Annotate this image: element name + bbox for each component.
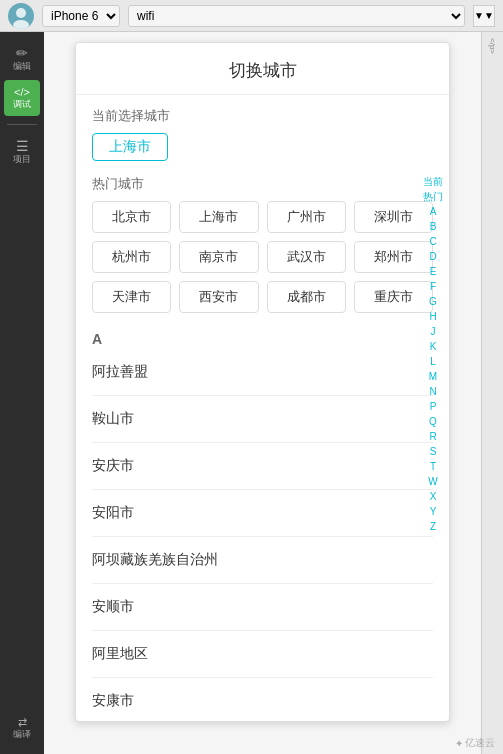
alpha-sidebar-item[interactable]: W bbox=[426, 475, 439, 489]
translate-icon: ⇄ bbox=[18, 717, 27, 728]
city-list-item[interactable]: 安顺市 bbox=[92, 584, 433, 631]
alpha-sidebar-item[interactable]: L bbox=[428, 355, 438, 369]
network-select[interactable]: wifi bbox=[128, 5, 465, 27]
city-list-item[interactable]: 阿拉善盟 bbox=[92, 349, 433, 396]
alpha-sidebar-item[interactable]: Q bbox=[427, 415, 439, 429]
alpha-sidebar-item[interactable]: G bbox=[427, 295, 439, 309]
project-icon: ☰ bbox=[16, 139, 29, 153]
alpha-letter-a: A bbox=[92, 327, 433, 349]
alpha-sidebar-item[interactable]: A bbox=[428, 205, 439, 219]
current-city-label: 当前选择城市 bbox=[92, 107, 433, 125]
hot-city-button[interactable]: 杭州市 bbox=[92, 241, 171, 273]
alpha-sidebar-item[interactable]: 热门 bbox=[421, 190, 445, 204]
top-toolbar: iPhone 6 wifi ▼▼ bbox=[0, 0, 503, 32]
phone-screen: 切换城市 当前选择城市 上海市 热门城市 北京市上海市广州市深圳市杭州市南京市武… bbox=[75, 42, 450, 722]
current-city-button[interactable]: 上海市 bbox=[92, 133, 168, 161]
svg-point-1 bbox=[13, 20, 29, 29]
watermark-text: 亿速云 bbox=[465, 736, 481, 750]
svg-point-0 bbox=[16, 8, 26, 18]
city-list-item[interactable]: 阿里地区 bbox=[92, 631, 433, 678]
sidebar-debug-label: 调试 bbox=[13, 100, 31, 109]
hot-city-button[interactable]: 西安市 bbox=[179, 281, 258, 313]
alpha-sidebar: 当前热门ABCDEFGHJKLMNPQRSTWXYZ bbox=[421, 175, 445, 534]
hot-city-button[interactable]: 北京市 bbox=[92, 201, 171, 233]
hot-city-button[interactable]: 武汉市 bbox=[267, 241, 346, 273]
sidebar-item-translate[interactable]: ⇄ 编译 bbox=[4, 710, 40, 746]
sidebar-translate-label: 编译 bbox=[13, 730, 31, 739]
main-layout: ✏ 编辑 </> 调试 ☰ 项目 ⇄ 编译 切换城市 当前选择城市 上海市 bbox=[0, 32, 503, 754]
alpha-sidebar-item[interactable]: 当前 bbox=[421, 175, 445, 189]
alpha-sidebar-item[interactable]: S bbox=[428, 445, 439, 459]
code-tag: </p> bbox=[486, 36, 499, 56]
alpha-sidebar-item[interactable]: F bbox=[428, 280, 438, 294]
hot-city-button[interactable]: 成都市 bbox=[267, 281, 346, 313]
left-sidebar: ✏ 编辑 </> 调试 ☰ 项目 ⇄ 编译 bbox=[0, 32, 44, 754]
alpha-sidebar-item[interactable]: D bbox=[427, 250, 438, 264]
alpha-sidebar-item[interactable]: Y bbox=[428, 505, 439, 519]
alpha-sidebar-item[interactable]: R bbox=[427, 430, 438, 444]
phone-area: 切换城市 当前选择城市 上海市 热门城市 北京市上海市广州市深圳市杭州市南京市武… bbox=[44, 32, 481, 754]
alpha-sidebar-item[interactable]: M bbox=[427, 370, 439, 384]
alpha-sidebar-item[interactable]: C bbox=[427, 235, 438, 249]
hot-city-button[interactable]: 上海市 bbox=[179, 201, 258, 233]
city-list: 阿拉善盟鞍山市安庆市安阳市阿坝藏族羌族自治州安顺市阿里地区安康市 bbox=[92, 349, 433, 719]
hot-cities-label: 热门城市 bbox=[92, 175, 433, 193]
city-list-item[interactable]: 安庆市 bbox=[92, 443, 433, 490]
hot-city-button[interactable]: 天津市 bbox=[92, 281, 171, 313]
alpha-sidebar-item[interactable]: K bbox=[428, 340, 439, 354]
watermark: ✦ 亿速云 bbox=[455, 736, 481, 750]
alpha-sidebar-item[interactable]: J bbox=[429, 325, 438, 339]
watermark-icon: ✦ bbox=[455, 738, 463, 749]
sidebar-item-debug[interactable]: </> 调试 bbox=[4, 80, 40, 116]
alpha-sidebar-item[interactable]: X bbox=[428, 490, 439, 504]
alpha-sidebar-item[interactable]: Z bbox=[428, 520, 438, 534]
hot-city-button[interactable]: 广州市 bbox=[267, 201, 346, 233]
page-title: 切换城市 bbox=[76, 43, 449, 95]
alpha-section-a: A 阿拉善盟鞍山市安庆市安阳市阿坝藏族羌族自治州安顺市阿里地区安康市 bbox=[92, 327, 433, 719]
sidebar-divider bbox=[7, 124, 37, 125]
hot-city-button[interactable]: 南京市 bbox=[179, 241, 258, 273]
alpha-sidebar-item[interactable]: T bbox=[428, 460, 438, 474]
code-side-panel: </p> bbox=[481, 32, 503, 754]
expand-button[interactable]: ▼▼ bbox=[473, 5, 495, 27]
sidebar-project-label: 项目 bbox=[13, 155, 31, 164]
city-list-item[interactable]: 鞍山市 bbox=[92, 396, 433, 443]
hot-city-grid: 北京市上海市广州市深圳市杭州市南京市武汉市郑州市天津市西安市成都市重庆市 bbox=[92, 201, 433, 313]
sidebar-item-edit[interactable]: ✏ 编辑 bbox=[4, 40, 40, 76]
city-list-item[interactable]: 安康市 bbox=[92, 678, 433, 719]
alpha-sidebar-item[interactable]: B bbox=[428, 220, 439, 234]
sidebar-edit-label: 编辑 bbox=[13, 62, 31, 71]
avatar bbox=[8, 3, 34, 29]
city-list-item[interactable]: 安阳市 bbox=[92, 490, 433, 537]
device-select[interactable]: iPhone 6 bbox=[42, 5, 120, 27]
alpha-sidebar-item[interactable]: E bbox=[428, 265, 439, 279]
sidebar-item-project[interactable]: ☰ 项目 bbox=[4, 133, 40, 169]
debug-icon: </> bbox=[14, 87, 30, 98]
alpha-sidebar-item[interactable]: P bbox=[428, 400, 439, 414]
edit-icon: ✏ bbox=[16, 46, 28, 60]
alpha-sidebar-item[interactable]: H bbox=[427, 310, 438, 324]
city-list-item[interactable]: 阿坝藏族羌族自治州 bbox=[92, 537, 433, 584]
alpha-sidebar-item[interactable]: N bbox=[427, 385, 438, 399]
city-content[interactable]: 当前选择城市 上海市 热门城市 北京市上海市广州市深圳市杭州市南京市武汉市郑州市… bbox=[76, 95, 449, 719]
